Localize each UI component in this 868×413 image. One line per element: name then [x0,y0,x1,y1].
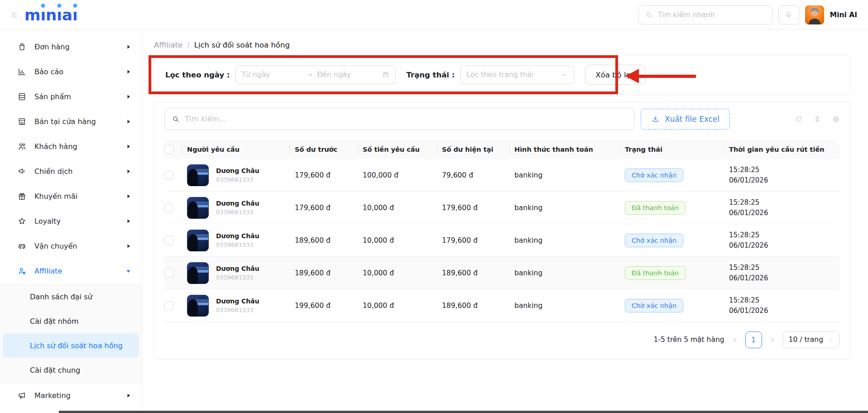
table-toolbar: Xuất file Excel [164,108,839,130]
requester-avatar [187,230,209,251]
requester-avatar [187,164,209,186]
cell-amount-requested: 10,000 đ [358,224,437,257]
sidebar-item[interactable]: Marketing [0,383,142,408]
caret-right-icon [126,169,131,174]
settings-button[interactable] [832,115,839,123]
submenu-item-label: Cài đặt nhóm [30,317,78,326]
date-to-placeholder[interactable]: Đến ngày [317,71,379,79]
select-all-checkbox[interactable] [164,145,173,154]
row-checkbox[interactable] [164,171,173,180]
sidebar-item-label: Affiliate [34,267,118,275]
arrow-right-icon [307,71,314,78]
table-row: Dương Châu 0339681333 189,600 đ 10,000 đ… [164,224,839,257]
sidebar-item[interactable]: Đơn hàng [0,34,142,59]
sidebar-item[interactable]: Khách hàng [0,134,142,159]
row-checkbox[interactable] [164,301,173,310]
global-search[interactable] [638,5,772,24]
caret-right-icon [126,144,131,149]
submenu-item[interactable]: Danh sách đại sứ [3,284,139,309]
col-header-requester: Người yêu cầu [182,140,290,159]
chevron-down-icon [828,337,834,343]
breadcrumb-parent[interactable]: Affiliate [154,41,182,49]
sidebar-item-label: Chiến dịch [34,167,118,176]
requester-cell: Dương Châu 0339681333 [187,262,286,284]
table-search-input[interactable] [184,114,627,124]
sidebar-item[interactable]: Loyalty [0,209,142,234]
cell-request-time: 15:28:25 06/01/2026 [724,224,839,257]
submenu-item-label: Danh sách đại sứ [30,293,92,301]
marketing-icon [17,391,27,400]
date-range-picker[interactable]: Từ ngày Đến ngày [235,65,396,84]
sidebar-item[interactable]: Affiliate [0,259,142,283]
sidebar-collapse-button[interactable] [11,11,18,19]
submenu-item-label: Lịch sử đối soát hoa hồng [30,341,123,350]
status-filter-select[interactable]: Lọc theo trạng thái [460,65,574,84]
status-badge: Chờ xác nhận [625,234,683,247]
cell-amount-requested: 100,000 đ [358,159,437,192]
column-height-icon [814,115,821,123]
user-avatar[interactable] [805,5,824,24]
requester-phone: 0339681333 [216,209,259,216]
requester-cell: Dương Châu 0339681333 [187,164,286,186]
row-height-button[interactable] [814,115,821,123]
requester-phone: 0339681333 [216,176,259,183]
cell-balance-before: 179,600 đ [290,192,358,224]
requester-phone: 0339681333 [216,307,259,313]
table-row: Dương Châu 0339681333 179,600 đ 100,000 … [164,159,839,192]
cell-payment-method: banking [510,224,620,257]
affiliate-submenu: Danh sách đại sứ Cài đặt nhóm Lịch sử đố… [0,283,142,383]
page-size-select[interactable]: 10 / trang [783,331,839,348]
main-content: Affiliate / Lịch sử đối soát hoa hồng Lọ… [142,30,868,413]
submenu-item[interactable]: Cài đặt nhóm [3,309,139,333]
caret-right-icon [126,94,131,99]
top-bar-right: Mini AI [638,5,857,24]
sidebar-item[interactable]: Báo cáo [0,59,142,84]
requester-name: Dương Châu [216,167,259,174]
col-header-balance-current: Số dư hiện tại [437,140,510,159]
top-bar: mınıaı Mini AI [0,0,868,30]
sidebar-item[interactable]: Vận chuyển [0,234,142,259]
reload-button[interactable] [795,115,802,123]
bell-icon [785,11,792,19]
date-from-placeholder[interactable]: Từ ngày [242,71,303,79]
sidebar-item[interactable]: Bán tại cửa hàng [0,109,142,134]
cell-request-time: 15:28:25 06/01/2026 [724,257,839,289]
cell-payment-method: banking [510,192,620,224]
pagination-page-1[interactable]: 1 [745,331,762,348]
cell-payment-method: banking [510,257,620,289]
caret-right-icon [126,194,131,199]
caret-right-icon [126,219,131,224]
sidebar-item-label: Loyalty [34,217,118,226]
sidebar-item[interactable]: Sản phẩm [0,84,142,109]
sidebar-item[interactable]: Chiến dịch [0,159,142,184]
caret-right-icon [126,393,131,398]
row-checkbox[interactable] [164,203,173,212]
global-search-input[interactable] [657,10,766,19]
cell-balance-current: 189,600 đ [437,257,510,289]
reload-icon [795,115,802,123]
clear-filters-button[interactable]: Xóa bộ lọc [585,65,645,85]
export-excel-button[interactable]: Xuất file Excel [641,109,730,130]
col-header-select [164,140,182,159]
status-badge: Chờ xác nhận [625,299,683,312]
breadcrumb: Affiliate / Lịch sử đối soát hoa hồng [142,30,868,49]
notifications-button[interactable] [778,5,799,24]
table-search[interactable] [164,108,634,130]
pagination-next-button[interactable] [769,336,776,343]
request-time: 15:28:25 [729,263,835,273]
submenu-item[interactable]: Lịch sử đối soát hoa hồng [3,333,139,358]
request-date: 06/01/2026 [729,175,835,186]
cell-request-time: 15:28:25 06/01/2026 [724,289,839,322]
row-checkbox[interactable] [164,269,173,278]
pagination-prev-button[interactable] [731,336,739,343]
requester-cell: Dương Châu 0339681333 [187,197,286,219]
table-header-row: Người yêu cầu Số dư trước Số tiền yêu cầ… [164,140,839,159]
submenu-item[interactable]: Cài đặt chung [3,358,139,382]
table-row: Dương Châu 0339681333 179,600 đ 10,000 đ… [164,192,839,224]
cell-balance-before: 199,600 đ [290,289,358,322]
breadcrumb-separator: / [187,41,190,49]
row-checkbox[interactable] [164,236,173,245]
sidebar-item-label: Bán tại cửa hàng [34,117,118,126]
sidebar-item[interactable]: Khuyến mãi [0,184,142,209]
cell-amount-requested: 10,000 đ [358,192,437,224]
